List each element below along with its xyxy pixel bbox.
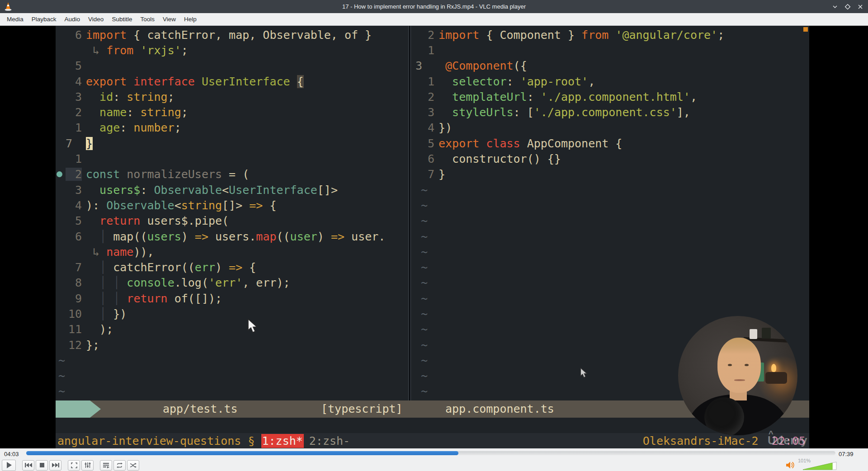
vim-left-pane: 6import { catchError, map, Observable, o…: [56, 27, 408, 399]
code-line: 3 styleUrls: ['./app.component.css'],: [411, 104, 809, 120]
code-line: 5 return users$.pipe(: [56, 213, 408, 229]
code-line: 9 │ │ return of([]);: [56, 291, 408, 306]
menu-item-subtitle[interactable]: Subtitle: [108, 16, 136, 23]
empty-line: ~: [56, 368, 408, 384]
code-line: 2const normalizeUsers = (: [56, 167, 408, 182]
code-line: 7}: [56, 136, 408, 151]
code-line: 5: [56, 58, 408, 74]
candle-holder: [765, 372, 787, 384]
tmux-hostname: Oleksandrs-iMac-2: [643, 434, 759, 447]
extended-settings-button[interactable]: [81, 460, 94, 471]
empty-line: ~: [411, 244, 809, 259]
cup: [750, 329, 757, 339]
code-line: 2 templateUrl: './app.component.html',: [411, 89, 809, 104]
menu-item-help[interactable]: Help: [180, 16, 201, 23]
empty-line: ~: [411, 275, 809, 291]
code-line: 1: [411, 42, 809, 58]
empty-line: ~: [411, 198, 809, 213]
empty-line: ~: [411, 229, 809, 244]
udemy-watermark: ^ Udemy: [768, 434, 807, 447]
window-title: 17 - How to implement error handling in …: [0, 3, 868, 10]
code-line: 11 );: [56, 322, 408, 337]
seek-bar-fill: [26, 451, 458, 455]
webcam-overlay: [678, 316, 797, 435]
volume-icon[interactable]: [786, 461, 796, 469]
code-line: 12};: [56, 337, 408, 353]
loop-button[interactable]: [113, 460, 126, 471]
code-line: 4): Observable<string[]> => {: [56, 198, 408, 213]
code-line: 1 age: number;: [56, 120, 408, 136]
code-line: 3 users$: Observable<UserInterface[]>: [56, 182, 408, 198]
presenter-face: [717, 338, 761, 393]
recorded-mouse-cursor: [247, 319, 258, 334]
candle-flame: [771, 364, 776, 372]
empty-line: ~: [411, 259, 809, 275]
code-line: 4}): [411, 120, 809, 136]
code-line: ↳ name)),: [56, 244, 408, 259]
code-line: 1 selector: 'app-root',: [411, 74, 809, 89]
terminal-screen: 6import { catchError, map, Observable, o…: [56, 26, 809, 448]
code-line: 7 │ catchError((err) => {: [56, 259, 408, 275]
menu-bar: MediaPlaybackAudioVideoSubtitleToolsView…: [0, 13, 868, 26]
menu-item-tools[interactable]: Tools: [136, 16, 159, 23]
code-line: 4export interface UserInterface {: [56, 74, 408, 89]
fullscreen-button[interactable]: [68, 460, 80, 471]
maximize-button[interactable]: [844, 3, 852, 11]
close-button[interactable]: [856, 3, 864, 11]
code-line: 10 │ }): [56, 306, 408, 321]
statusline-filetype: [typescript]: [321, 402, 403, 415]
code-line: ↳ from 'rxjs';: [56, 42, 408, 58]
empty-line: ~: [411, 291, 809, 306]
random-button[interactable]: [127, 460, 139, 471]
empty-line: ~: [56, 353, 408, 368]
code-line: 3 id: string;: [56, 89, 408, 104]
code-line: 2import { Component } from '@angular/cor…: [411, 27, 809, 42]
empty-line: ~: [411, 182, 809, 198]
play-button[interactable]: [2, 460, 16, 471]
tmux-session-name: angular-interview-questions §: [57, 434, 255, 447]
playlist-button[interactable]: [100, 460, 112, 471]
tmux-last-window: 2:zsh-: [309, 434, 350, 447]
code-line: 8 │ │ console.log('err', err);: [56, 275, 408, 291]
empty-line: ~: [411, 213, 809, 229]
vlc-control-panel: 04:03 07:39: [0, 448, 868, 471]
menu-item-video[interactable]: Video: [84, 16, 108, 23]
next-button[interactable]: [49, 460, 61, 471]
tmux-status-bar: angular-interview-questions § 1:zsh* 2:z…: [56, 433, 809, 448]
udemy-caret-icon: ^: [769, 429, 774, 439]
empty-line: ~: [56, 384, 408, 399]
minimize-button[interactable]: [831, 3, 839, 11]
volume-slider[interactable]: [802, 462, 837, 470]
menu-item-playback[interactable]: Playback: [28, 16, 61, 23]
elapsed-time: 04:03: [4, 451, 19, 457]
code-line: 2 name: string;: [56, 104, 408, 120]
seek-bar[interactable]: [26, 451, 835, 455]
change-sign-icon: [57, 171, 62, 177]
video-area[interactable]: 6import { catchError, map, Observable, o…: [0, 26, 868, 448]
menu-item-view[interactable]: View: [159, 16, 180, 23]
code-line: 3 @Component({: [411, 58, 809, 74]
code-line: 6 constructor() {}: [411, 151, 809, 166]
statusline-filename-left: app/test.ts: [163, 402, 238, 415]
stop-button[interactable]: [36, 460, 48, 471]
title-bar: 17 - How to implement error handling in …: [0, 0, 868, 13]
scroll-marker: [803, 27, 808, 32]
code-line: 6import { catchError, map, Observable, o…: [56, 27, 408, 42]
menu-item-media[interactable]: Media: [3, 16, 28, 23]
statusline-filename-right: app.component.ts: [445, 402, 554, 415]
code-line: 1: [56, 151, 408, 166]
mouse-cursor: [580, 368, 588, 378]
total-time: 07:39: [839, 451, 854, 457]
code-line: 5export class AppComponent {: [411, 136, 809, 151]
shelf-plant: [762, 328, 771, 339]
tmux-active-window: 1:zsh*: [261, 434, 304, 448]
previous-button[interactable]: [22, 460, 34, 471]
code-line: 6 │ map((users) => users.map((user) => u…: [56, 229, 408, 244]
statusline-mode-segment: [56, 400, 101, 418]
code-line: 7}: [411, 167, 809, 182]
menu-item-audio[interactable]: Audio: [61, 16, 85, 23]
vim-command-line: [56, 418, 809, 433]
